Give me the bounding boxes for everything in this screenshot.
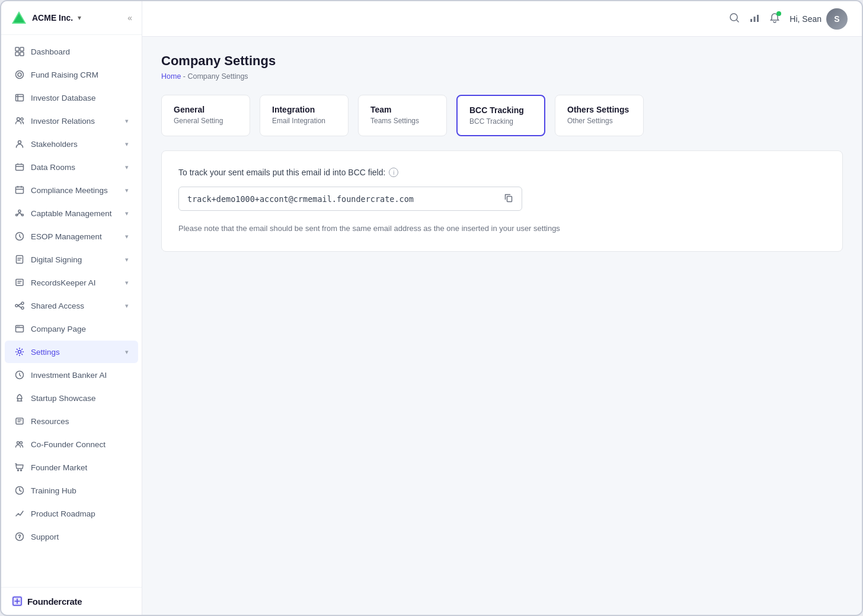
sidebar-label-support: Support: [31, 532, 129, 541]
search-icon[interactable]: [729, 12, 740, 25]
info-icon[interactable]: i: [389, 168, 398, 177]
tab-general-subtitle: General Setting: [174, 117, 238, 125]
sidebar-label-founder-market: Founder Market: [31, 463, 129, 472]
svg-rect-2: [15, 47, 19, 51]
tab-others-settings[interactable]: Others Settings Other Settings: [555, 95, 644, 136]
company-chevron-icon[interactable]: ▾: [78, 14, 81, 22]
bcc-email-field: track+demo1000+accont@crmemail.foundercr…: [178, 187, 522, 211]
sidebar-item-resources[interactable]: Resources: [5, 410, 138, 432]
sidebar-collapse-button[interactable]: «: [127, 13, 132, 23]
sidebar-item-compliance-meetings[interactable]: Compliance Meetings ▾: [5, 179, 138, 201]
logo-area[interactable]: ACME Inc. ▾: [11, 9, 81, 26]
sidebar-label-investor-database: Investor Database: [31, 94, 129, 102]
sidebar-item-recordskeeper-ai[interactable]: RecordsKeeper AI ▾: [5, 271, 138, 294]
svg-point-18: [22, 214, 24, 216]
svg-point-26: [18, 326, 20, 328]
esop-management-chevron-icon: ▾: [125, 233, 129, 240]
sidebar-item-digital-signing[interactable]: Digital Signing ▾: [5, 248, 138, 271]
svg-rect-41: [757, 15, 759, 22]
tab-bcc-tracking[interactable]: BCC Tracking BCC Tracking: [456, 95, 545, 136]
tab-integration-title: Integration: [272, 105, 336, 114]
foundercrate-brand: Foundercrate: [11, 595, 132, 608]
svg-rect-40: [754, 17, 756, 22]
sidebar-item-training-hub[interactable]: Training Hub: [5, 479, 138, 502]
sidebar-item-investor-relations[interactable]: Investor Relations ▾: [5, 110, 138, 132]
sidebar-item-co-founder-connect[interactable]: Co-Founder Connect: [5, 433, 138, 455]
breadcrumb-separator: - Company Settings: [183, 72, 248, 81]
sidebar-header: ACME Inc. ▾ «: [1, 1, 142, 35]
sidebar-item-settings[interactable]: Settings ▾: [5, 341, 138, 363]
investor-relations-icon: [14, 116, 25, 126]
bcc-label-text: To track your sent emails put this email…: [178, 168, 385, 177]
svg-point-33: [21, 470, 22, 471]
sidebar-label-esop-management: ESOP Management: [31, 232, 119, 241]
sidebar-label-investment-banker-ai: Investment Banker AI: [31, 371, 129, 380]
sidebar-label-captable-management: Captable Management: [31, 209, 119, 218]
sidebar-item-esop-management[interactable]: ESOP Management ▾: [5, 225, 138, 248]
training-hub-icon: [14, 485, 25, 496]
captable-management-icon: [14, 208, 25, 219]
notification-bell[interactable]: [769, 12, 780, 25]
shared-access-chevron-icon: ▾: [125, 302, 129, 310]
sidebar-item-stakeholders[interactable]: Stakeholders ▾: [5, 133, 138, 155]
shared-access-icon: [14, 300, 25, 311]
sidebar-item-dashboard[interactable]: Dashboard: [5, 40, 138, 63]
sidebar-item-founder-market[interactable]: Founder Market: [5, 456, 138, 479]
svg-rect-24: [16, 326, 24, 332]
bcc-email-value: track+demo1000+accont@crmemail.foundercr…: [187, 194, 504, 204]
sidebar-label-company-page: Company Page: [31, 325, 129, 333]
bcc-note: Please note that the email should be sen…: [178, 223, 826, 235]
tab-team[interactable]: Team Teams Settings: [358, 95, 447, 136]
sidebar-item-startup-showcase[interactable]: Startup Showcase: [5, 387, 138, 409]
stakeholders-chevron-icon: ▾: [125, 140, 129, 148]
sidebar-item-investment-banker-ai[interactable]: Investment Banker AI: [5, 364, 138, 386]
copy-icon[interactable]: [504, 193, 513, 204]
svg-point-16: [18, 210, 21, 213]
sidebar-label-investor-relations: Investor Relations: [31, 117, 119, 126]
sidebar-label-co-founder-connect: Co-Founder Connect: [31, 440, 129, 449]
captable-management-chevron-icon: ▾: [125, 210, 129, 217]
sidebar-item-investor-database[interactable]: Investor Database: [5, 86, 138, 109]
recordskeeper-ai-icon: [14, 277, 25, 288]
sidebar-item-product-roadmap[interactable]: Product Roadmap: [5, 502, 138, 525]
svg-rect-4: [15, 52, 19, 56]
sidebar-item-support[interactable]: Support: [5, 525, 138, 548]
user-name: Sean: [802, 14, 822, 24]
svg-rect-8: [16, 95, 24, 101]
main-content: Hi, Sean S Company Settings Home - Compa…: [142, 1, 862, 615]
sidebar-item-captable-management[interactable]: Captable Management ▾: [5, 202, 138, 224]
svg-point-38: [730, 14, 737, 21]
svg-rect-3: [20, 47, 24, 51]
investor-relations-chevron-icon: ▾: [125, 117, 129, 125]
svg-rect-14: [16, 165, 24, 171]
breadcrumb-home[interactable]: Home: [161, 72, 181, 81]
investment-banker-ai-icon: [14, 370, 25, 380]
recordskeeper-ai-chevron-icon: ▾: [125, 279, 129, 287]
digital-signing-chevron-icon: ▾: [125, 256, 129, 264]
sidebar-label-fundraising-crm: Fund Raising CRM: [31, 70, 129, 79]
stakeholders-icon: [14, 139, 25, 149]
topbar: Hi, Sean S: [142, 1, 862, 37]
svg-point-11: [17, 118, 20, 121]
bcc-content-card: To track your sent emails put this email…: [161, 150, 843, 252]
data-rooms-chevron-icon: ▾: [125, 163, 129, 171]
sidebar-item-fundraising-crm[interactable]: Fund Raising CRM: [5, 63, 138, 86]
svg-point-30: [17, 442, 20, 444]
sidebar-item-company-page[interactable]: Company Page: [5, 317, 138, 340]
tab-others-settings-subtitle: Other Settings: [567, 117, 631, 125]
sidebar-label-startup-showcase: Startup Showcase: [31, 394, 129, 403]
analytics-icon[interactable]: [749, 12, 760, 25]
settings-tabs: General General Setting Integration Emai…: [161, 95, 843, 136]
tab-integration[interactable]: Integration Email Integration: [260, 95, 349, 136]
user-avatar: S: [826, 8, 848, 30]
page-content: Company Settings Home - Company Settings…: [142, 37, 862, 615]
app-logo-icon: [11, 9, 27, 26]
foundercrate-brand-text: Foundercrate: [27, 596, 82, 607]
svg-point-12: [21, 118, 23, 120]
page-title: Company Settings: [161, 53, 843, 69]
user-greeting[interactable]: Hi, Sean S: [790, 8, 848, 30]
tab-general[interactable]: General General Setting: [161, 95, 250, 136]
sidebar-item-shared-access[interactable]: Shared Access ▾: [5, 294, 138, 317]
sidebar-item-data-rooms[interactable]: Data Rooms ▾: [5, 156, 138, 178]
greeting-text: Hi, Sean: [790, 14, 822, 24]
